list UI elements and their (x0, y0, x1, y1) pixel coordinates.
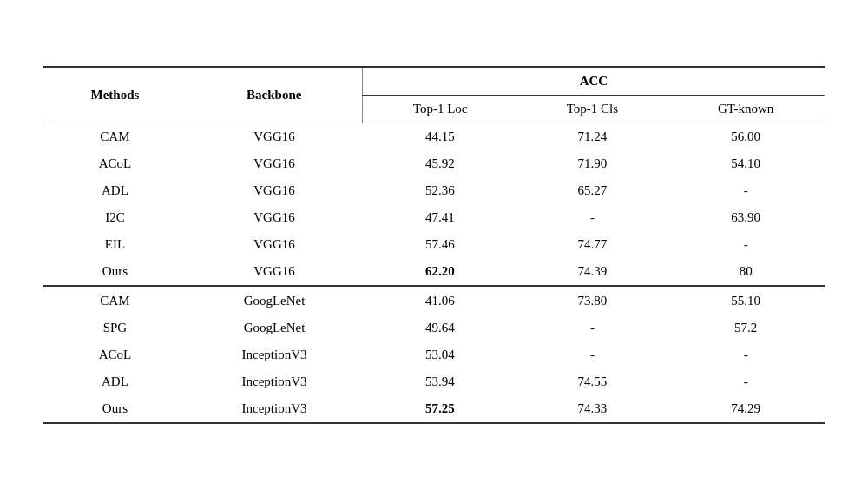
top1-cls-cell: 74.55 (518, 368, 667, 395)
top1-loc-cell: 53.04 (362, 341, 517, 368)
method-cell: ADL (43, 177, 187, 204)
method-cell: CAM (43, 123, 187, 151)
backbone-cell: VGG16 (187, 204, 362, 231)
gt-known-cell: 57.2 (667, 315, 825, 341)
table-row: I2CVGG1647.41-63.90 (43, 204, 825, 231)
top1-loc-cell: 57.25 (362, 395, 517, 423)
gt-known-cell: - (667, 177, 825, 204)
results-table: Methods Backbone ACC Top-1 Loc Top-1 Cls… (43, 66, 825, 424)
gt-known-cell: - (667, 231, 825, 258)
top1-cls-header: Top-1 Cls (518, 96, 667, 123)
top1-loc-cell: 47.41 (362, 204, 517, 231)
top1-loc-cell: 41.06 (362, 286, 517, 315)
table-row: ACoLInceptionV353.04-- (43, 341, 825, 368)
gt-known-cell: 56.00 (667, 123, 825, 151)
table-row: CAMGoogLeNet41.0673.8055.10 (43, 286, 825, 315)
backbone-cell: InceptionV3 (187, 341, 362, 368)
method-cell: ADL (43, 368, 187, 395)
gt-known-cell: 55.10 (667, 286, 825, 315)
table-row: SPGGoogLeNet49.64-57.2 (43, 315, 825, 341)
backbone-cell: VGG16 (187, 177, 362, 204)
top1-cls-cell: 74.39 (518, 258, 667, 286)
backbone-cell: InceptionV3 (187, 368, 362, 395)
table-row: EILVGG1657.4674.77- (43, 231, 825, 258)
table-row: ACoLVGG1645.9271.9054.10 (43, 150, 825, 177)
method-cell: Ours (43, 395, 187, 423)
top1-cls-cell: 71.90 (518, 150, 667, 177)
method-cell: ACoL (43, 150, 187, 177)
table-container: Methods Backbone ACC Top-1 Loc Top-1 Cls… (43, 66, 825, 424)
method-cell: CAM (43, 286, 187, 315)
table-row: OursVGG1662.2074.3980 (43, 258, 825, 286)
backbone-cell: GoogLeNet (187, 286, 362, 315)
top1-loc-cell: 53.94 (362, 368, 517, 395)
gt-known-cell: 74.29 (667, 395, 825, 423)
table-body: CAMVGG1644.1571.2456.00ACoLVGG1645.9271.… (43, 123, 825, 424)
top1-cls-cell: - (518, 315, 667, 341)
gt-known-cell: - (667, 368, 825, 395)
methods-header: Methods (43, 67, 187, 123)
top1-loc-header: Top-1 Loc (362, 96, 517, 123)
top1-loc-cell: 57.46 (362, 231, 517, 258)
gt-known-cell: 63.90 (667, 204, 825, 231)
top1-cls-cell: 73.80 (518, 286, 667, 315)
gt-known-cell: 80 (667, 258, 825, 286)
table-row: ADLInceptionV353.9474.55- (43, 368, 825, 395)
method-cell: Ours (43, 258, 187, 286)
backbone-header: Backbone (187, 67, 362, 123)
top1-loc-cell: 44.15 (362, 123, 517, 151)
top1-cls-cell: 65.27 (518, 177, 667, 204)
top1-loc-cell: 52.36 (362, 177, 517, 204)
method-cell: EIL (43, 231, 187, 258)
header-row-top: Methods Backbone ACC (43, 67, 825, 96)
top1-cls-cell: 74.77 (518, 231, 667, 258)
backbone-cell: VGG16 (187, 258, 362, 286)
gt-known-header: GT-known (667, 96, 825, 123)
top1-loc-cell: 62.20 (362, 258, 517, 286)
top1-loc-cell: 45.92 (362, 150, 517, 177)
method-cell: I2C (43, 204, 187, 231)
table-row: CAMVGG1644.1571.2456.00 (43, 123, 825, 151)
top1-cls-cell: 71.24 (518, 123, 667, 151)
backbone-cell: GoogLeNet (187, 315, 362, 341)
method-cell: SPG (43, 315, 187, 341)
gt-known-cell: 54.10 (667, 150, 825, 177)
table-row: OursInceptionV357.2574.3374.29 (43, 395, 825, 423)
top1-cls-cell: - (518, 341, 667, 368)
top1-cls-cell: 74.33 (518, 395, 667, 423)
method-cell: ACoL (43, 341, 187, 368)
acc-header: ACC (362, 67, 825, 96)
backbone-cell: VGG16 (187, 123, 362, 151)
backbone-cell: VGG16 (187, 231, 362, 258)
table-row: ADLVGG1652.3665.27- (43, 177, 825, 204)
backbone-cell: InceptionV3 (187, 395, 362, 423)
gt-known-cell: - (667, 341, 825, 368)
top1-loc-cell: 49.64 (362, 315, 517, 341)
backbone-cell: VGG16 (187, 150, 362, 177)
top1-cls-cell: - (518, 204, 667, 231)
